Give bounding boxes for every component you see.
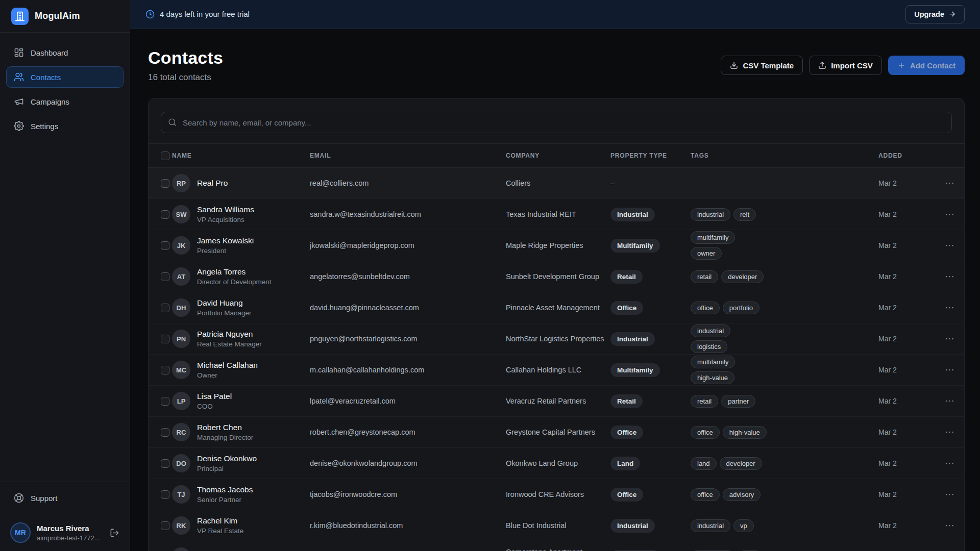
row-checkbox[interactable] [161, 459, 169, 468]
row-actions-icon[interactable]: ⋯ [945, 489, 955, 499]
avatar: SW [172, 205, 190, 223]
tag-badge: owner [691, 247, 722, 260]
sidebar: MogulAim DashboardContactsCampaignsSetti… [0, 0, 130, 551]
contact-company: Veracruz Retail Partners [506, 397, 586, 405]
tag-badge: office [691, 302, 720, 314]
property-type-cell: – [610, 179, 691, 188]
table-row[interactable]: RK Rachel Kim VP Real Estate r.kim@blued… [149, 510, 964, 541]
row-actions-icon[interactable]: ⋯ [945, 178, 955, 188]
avatar: TJ [172, 485, 190, 504]
row-checkbox[interactable] [161, 428, 169, 437]
column-header-name: Name [172, 152, 310, 159]
row-checkbox[interactable] [161, 241, 169, 250]
avatar: RK [172, 516, 190, 535]
contact-email: lpatel@veracruzretail.com [310, 397, 396, 405]
row-actions-icon[interactable]: ⋯ [945, 520, 955, 531]
table-row[interactable]: AT Angela Torres Director of Development… [149, 261, 964, 292]
property-type-cell: Land [610, 457, 691, 470]
contact-email: pnguyen@northstarlogistics.com [310, 335, 418, 343]
tag-badge: multifamily [691, 231, 735, 244]
row-checkbox[interactable] [161, 335, 169, 343]
table-row[interactable]: DH David Huang Portfolio Manager david.h… [149, 292, 964, 323]
property-type-badge: Office [610, 488, 643, 502]
tag-badge: advisory [723, 488, 761, 501]
row-checkbox[interactable] [161, 210, 169, 219]
row-checkbox[interactable] [161, 490, 169, 499]
table-row[interactable]: RC Robert Chen Managing Director robert.… [149, 417, 964, 448]
tag-badge: retail [691, 395, 718, 408]
tag-badge: retail [691, 270, 718, 283]
contact-name: Patricia Nguyen [197, 330, 262, 339]
search-input[interactable] [161, 112, 952, 133]
row-checkbox[interactable] [161, 397, 169, 406]
row-checkbox[interactable] [161, 272, 169, 281]
contact-name: Real Pro [197, 179, 228, 188]
trial-message: 4 days left in your free trial [160, 10, 250, 18]
property-type-cell: Office [610, 488, 691, 502]
added-date: Mar 2 [878, 210, 897, 218]
sidebar-item-dashboard[interactable]: Dashboard [6, 42, 124, 63]
life-buoy-icon [14, 493, 24, 503]
contact-company: Blue Dot Industrial [506, 521, 566, 530]
sidebar-item-settings[interactable]: Settings [6, 115, 124, 137]
property-type-cell: Office [610, 301, 691, 315]
add-contact-label: Add Contact [910, 61, 955, 70]
column-header-added: Added [878, 152, 935, 159]
sidebar-item-label: Dashboard [31, 48, 68, 57]
contacts-count: 16 total contacts [148, 72, 223, 83]
property-type-badge: Office [610, 425, 643, 439]
contact-company: Greystone Capital Partners [506, 428, 595, 436]
sidebar-item-label: Contacts [31, 73, 61, 82]
row-actions-icon[interactable]: ⋯ [945, 271, 955, 282]
row-checkbox[interactable] [161, 366, 169, 374]
row-actions-icon[interactable]: ⋯ [945, 334, 955, 344]
add-contact-button[interactable]: Add Contact [888, 56, 965, 75]
row-checkbox[interactable] [161, 521, 169, 530]
tag-badge: industrial [691, 519, 730, 532]
upgrade-button[interactable]: Upgrade [905, 5, 965, 23]
row-actions-icon[interactable]: ⋯ [945, 240, 955, 251]
select-all-checkbox[interactable] [161, 152, 169, 160]
avatar: PN [172, 330, 190, 348]
property-type-empty: – [610, 179, 615, 187]
contact-email: angelatorres@sunbeltdev.com [310, 272, 410, 281]
table-row[interactable]: BF Brian Fletcher bfletcher@cornerstone-… [149, 541, 964, 551]
row-checkbox[interactable] [161, 304, 169, 312]
row-actions-icon[interactable]: ⋯ [945, 427, 955, 437]
sidebar-item-support[interactable]: Support [6, 487, 124, 509]
row-checkbox[interactable] [161, 179, 169, 188]
contact-title: Portfolio Manager [197, 309, 252, 317]
contact-name: David Huang [197, 298, 252, 308]
contact-title: VP Acquisitions [197, 216, 254, 223]
clock-icon [145, 10, 155, 19]
row-actions-icon[interactable]: ⋯ [945, 303, 955, 313]
table-row[interactable]: DO Denise Okonkwo Principal denise@okonk… [149, 448, 964, 479]
table-header: NameEmailCompanyProperty TypeTagsAdded [149, 143, 964, 168]
tags-cell: industriallogistics [691, 324, 768, 353]
contact-email: real@colliers.com [310, 179, 369, 187]
row-actions-icon[interactable]: ⋯ [945, 458, 955, 468]
table-row[interactable]: PN Patricia Nguyen Real Estate Manager p… [149, 323, 964, 355]
table-row[interactable]: SW Sandra Williams VP Acquisitions sandr… [149, 199, 964, 230]
csv-template-button[interactable]: CSV Template [721, 56, 803, 75]
sidebar-item-contacts[interactable]: Contacts [6, 66, 124, 88]
sidebar-item-campaigns[interactable]: Campaigns [6, 91, 124, 112]
contacts-card: NameEmailCompanyProperty TypeTagsAdded R… [148, 98, 965, 551]
table-row[interactable]: JK James Kowalski President jkowalski@ma… [149, 230, 964, 261]
contact-title: VP Real Estate [197, 527, 243, 535]
row-actions-icon[interactable]: ⋯ [945, 365, 955, 375]
table-row[interactable]: TJ Thomas Jacobs Senior Partner tjacobs@… [149, 479, 964, 510]
import-csv-button[interactable]: Import CSV [809, 56, 882, 75]
avatar: MR [10, 522, 31, 543]
page-title: Contacts [148, 48, 223, 68]
row-actions-icon[interactable]: ⋯ [945, 396, 955, 406]
tag-badge: multifamily [691, 356, 735, 368]
logout-icon[interactable] [110, 528, 119, 538]
table-row[interactable]: RP Real Pro real@colliers.com Colliers –… [149, 168, 964, 199]
property-type-badge: Office [610, 301, 643, 315]
table-row[interactable]: LP Lisa Patel COO lpatel@veracruzretail.… [149, 386, 964, 417]
row-actions-icon[interactable]: ⋯ [945, 209, 955, 219]
contact-company: Cornerstone Apartment Ventures [506, 548, 582, 551]
table-row[interactable]: MC Michael Callahan Owner m.callahan@cal… [149, 355, 964, 386]
contact-name: Denise Okonkwo [197, 454, 257, 463]
